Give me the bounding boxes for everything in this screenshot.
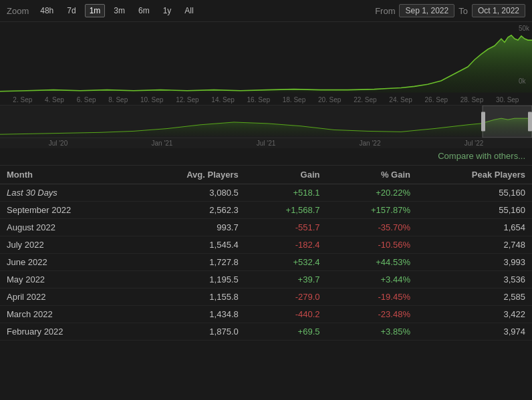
cell-month: September 2022 <box>0 202 133 219</box>
cell-peak: 3,993 <box>417 254 532 271</box>
cell-avg: 1,195.5 <box>133 271 245 288</box>
nav-x-label: Jan '22 <box>360 140 381 147</box>
cell-avg: 1,875.0 <box>133 323 245 341</box>
zoom-3m[interactable]: 3m <box>109 4 130 17</box>
x-label: 26. Sep <box>425 96 448 104</box>
cell-gain: -551.7 <box>245 219 327 236</box>
cell-month: July 2022 <box>0 236 133 254</box>
cell-peak: 3,536 <box>417 271 532 288</box>
cell-peak: 55,160 <box>417 202 532 219</box>
cell-pct: -10.56% <box>327 236 417 254</box>
cell-month: Last 30 Days <box>0 184 133 202</box>
navigator-chart-svg <box>0 106 532 138</box>
zoom-1m[interactable]: 1m <box>85 4 106 17</box>
cell-month: June 2022 <box>0 254 133 271</box>
x-label: 28. Sep <box>460 96 483 104</box>
table-row: June 20221,727.8+532.4+44.53%3,993 <box>0 254 532 271</box>
cell-month: April 2022 <box>0 288 133 306</box>
cell-gain: -182.4 <box>245 236 327 254</box>
compare-bar: Compare with others... <box>0 148 532 166</box>
svg-marker-1 <box>0 118 532 136</box>
zoom-48h[interactable]: 48h <box>35 4 58 17</box>
x-label: 14. Sep <box>211 96 234 104</box>
stats-table: Month Avg. Players Gain % Gain Peak Play… <box>0 166 532 341</box>
cell-avg: 1,545.4 <box>133 236 245 254</box>
col-header-avg: Avg. Players <box>133 166 245 184</box>
cell-month: March 2022 <box>0 306 133 323</box>
cell-peak: 3,422 <box>417 306 532 323</box>
main-chart-svg <box>0 25 532 95</box>
cell-gain: -440.2 <box>245 306 327 323</box>
y-label-top: 50k <box>519 25 529 32</box>
col-header-pct: % Gain <box>327 166 417 184</box>
cell-pct: +44.53% <box>327 254 417 271</box>
x-label: 12. Sep <box>176 96 198 104</box>
x-label: 8. Sep <box>108 96 128 104</box>
cell-pct: -35.70% <box>327 219 417 236</box>
cell-peak: 1,654 <box>417 219 532 236</box>
x-label: 18. Sep <box>283 96 305 104</box>
from-date-input[interactable]: Sep 1, 2022 <box>399 4 454 17</box>
svg-marker-0 <box>0 35 532 93</box>
cell-pct: -23.48% <box>327 306 417 323</box>
x-label: 10. Sep <box>140 96 163 104</box>
main-chart: 50k 0k <box>0 21 532 95</box>
cell-pct: +3.44% <box>327 271 417 288</box>
svg-rect-2 <box>483 106 532 138</box>
to-label: To <box>458 6 468 16</box>
cell-avg: 993.7 <box>133 219 245 236</box>
x-label: 2. Sep <box>13 96 32 104</box>
zoom-7d[interactable]: 7d <box>62 4 80 17</box>
date-range: From Sep 1, 2022 To Oct 1, 2022 <box>375 4 525 17</box>
table-row: Last 30 Days3,080.5+518.1+20.22%55,160 <box>0 184 532 202</box>
cell-pct: +157.87% <box>327 202 417 219</box>
x-label: 22. Sep <box>354 96 376 104</box>
cell-gain: +518.1 <box>245 184 327 202</box>
to-date-input[interactable]: Oct 1, 2022 <box>472 4 525 17</box>
cell-gain: +532.4 <box>245 254 327 271</box>
cell-peak: 55,160 <box>417 184 532 202</box>
cell-avg: 1,434.8 <box>133 306 245 323</box>
x-label: 6. Sep <box>77 96 96 104</box>
x-label: 30. Sep <box>496 96 519 104</box>
nav-x-label: Jul '22 <box>464 140 484 147</box>
table-row: February 20221,875.0+69.5+3.85%3,974 <box>0 323 532 341</box>
svg-rect-3 <box>481 112 485 132</box>
cell-gain: +1,568.7 <box>245 202 327 219</box>
compare-button[interactable]: Compare with others... <box>438 151 525 161</box>
zoom-6m[interactable]: 6m <box>134 4 154 17</box>
cell-avg: 3,080.5 <box>133 184 245 202</box>
table-row: April 20221,155.8-279.0-19.45%2,585 <box>0 288 532 306</box>
cell-month: May 2022 <box>0 271 133 288</box>
table-row: August 2022993.7-551.7-35.70%1,654 <box>0 219 532 236</box>
cell-month: August 2022 <box>0 219 133 236</box>
zoom-1y[interactable]: 1y <box>158 4 176 17</box>
top-bar: Zoom 48h 7d 1m 3m 6m 1y All From Sep 1, … <box>0 0 532 21</box>
y-axis-labels: 50k 0k <box>519 25 529 85</box>
zoom-label: Zoom <box>7 6 29 16</box>
x-label: 24. Sep <box>389 96 412 104</box>
nav-x-label: Jul '21 <box>257 140 276 147</box>
cell-avg: 2,562.3 <box>133 202 245 219</box>
nav-x-label: Jul '20 <box>49 140 68 147</box>
col-header-gain: Gain <box>245 166 327 184</box>
table-row: May 20221,195.5+39.7+3.44%3,536 <box>0 271 532 288</box>
navigator-chart[interactable] <box>0 105 532 138</box>
cell-month: February 2022 <box>0 323 133 341</box>
cell-peak: 2,585 <box>417 288 532 306</box>
x-label: 16. Sep <box>247 96 270 104</box>
cell-peak: 3,974 <box>417 323 532 341</box>
cell-pct: +20.22% <box>327 184 417 202</box>
table-row: September 20222,562.3+1,568.7+157.87%55,… <box>0 202 532 219</box>
cell-peak: 2,748 <box>417 236 532 254</box>
from-label: From <box>375 6 395 16</box>
navigator-x-labels: Jul '20 Jan '21 Jul '21 Jan '22 Jul '22 <box>0 138 532 148</box>
x-label: 20. Sep <box>318 96 341 104</box>
cell-gain: +69.5 <box>245 323 327 341</box>
zoom-all[interactable]: All <box>180 4 198 17</box>
nav-x-label: Jan '21 <box>151 140 172 147</box>
col-header-peak: Peak Players <box>417 166 532 184</box>
col-header-month: Month <box>0 166 133 184</box>
cell-pct: -19.45% <box>327 288 417 306</box>
cell-avg: 1,155.8 <box>133 288 245 306</box>
